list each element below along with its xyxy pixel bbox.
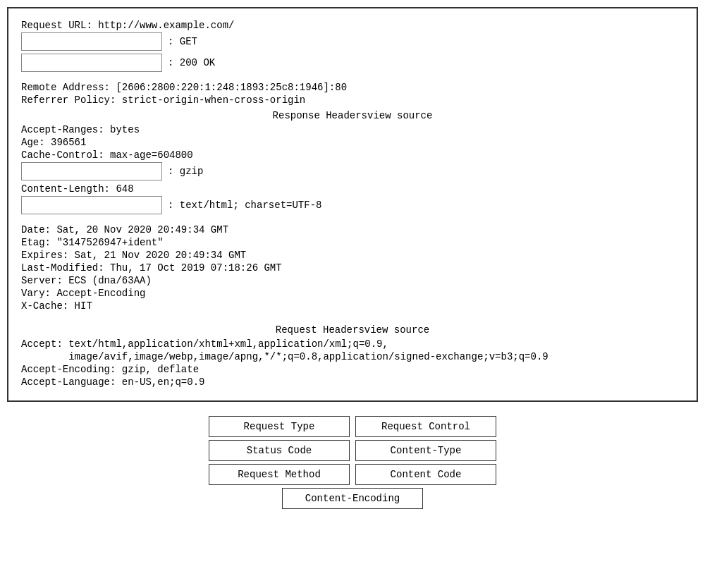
accept-ranges-line: Accept-Ranges: bytes bbox=[21, 124, 684, 135]
gzip-label: : gzip bbox=[168, 166, 203, 177]
remote-address-line: Remote Address: [2606:2800:220:1:248:189… bbox=[21, 82, 684, 93]
get-method-input[interactable] bbox=[21, 32, 162, 51]
referrer-policy-line: Referrer Policy: strict-origin-when-cros… bbox=[21, 94, 684, 106]
expires-line: Expires: Sat, 21 Nov 2020 20:49:34 GMT bbox=[21, 250, 684, 261]
date-line: Date: Sat, 20 Nov 2020 20:49:34 GMT bbox=[21, 224, 684, 235]
age-line: Age: 396561 bbox=[21, 137, 684, 148]
main-content-box: Request URL: http://www.example.com/ : G… bbox=[7, 7, 698, 402]
status-code-button[interactable]: Status Code bbox=[209, 440, 350, 461]
accept-encoding-line: Accept-Encoding: gzip, deflate bbox=[21, 364, 684, 375]
request-headers-title: Request Headersview source bbox=[21, 324, 684, 336]
request-control-button[interactable]: Request Control bbox=[355, 416, 496, 437]
last-modified-line: Last-Modified: Thu, 17 Oct 2019 07:18:26… bbox=[21, 262, 684, 274]
content-type-button[interactable]: Content-Type bbox=[355, 440, 496, 461]
buttons-area: Request Type Request Control Status Code… bbox=[7, 415, 698, 510]
get-method-label: : GET bbox=[168, 36, 197, 47]
gzip-input[interactable] bbox=[21, 162, 162, 180]
response-headers-title: Response Headersview source bbox=[21, 110, 684, 121]
accept-line: Accept: text/html,application/xhtml+xml,… bbox=[21, 338, 684, 350]
server-line: Server: ECS (dna/63AA) bbox=[21, 275, 684, 286]
gzip-row: : gzip bbox=[21, 162, 684, 180]
request-type-button[interactable]: Request Type bbox=[209, 416, 350, 437]
content-type-row: : text/html; charset=UTF-8 bbox=[21, 196, 684, 214]
accept-language-line: Accept-Language: en-US,en;q=0.9 bbox=[21, 376, 684, 388]
content-type-label: : text/html; charset=UTF-8 bbox=[168, 200, 321, 211]
button-row-4: Content-Encoding bbox=[279, 486, 426, 510]
status-input[interactable] bbox=[21, 54, 162, 72]
button-row-3: Request Method Content Code bbox=[206, 463, 499, 486]
content-type-input[interactable] bbox=[21, 196, 162, 214]
content-code-button[interactable]: Content Code bbox=[355, 464, 496, 485]
request-url-line: Request URL: http://www.example.com/ bbox=[21, 20, 684, 31]
status-row: : 200 OK bbox=[21, 54, 684, 72]
status-label: : 200 OK bbox=[168, 57, 215, 68]
button-row-1: Request Type Request Control bbox=[206, 415, 499, 439]
get-method-row: : GET bbox=[21, 32, 684, 51]
etag-line: Etag: "3147526947+ident" bbox=[21, 237, 684, 248]
vary-line: Vary: Accept-Encoding bbox=[21, 288, 684, 299]
button-row-2: Status Code Content-Type bbox=[206, 439, 499, 463]
accept-cont-line: image/avif,image/webp,image/apng,*/*;q=0… bbox=[21, 351, 684, 362]
x-cache-line: X-Cache: HIT bbox=[21, 300, 684, 312]
content-encoding-button[interactable]: Content-Encoding bbox=[282, 488, 423, 509]
request-method-button[interactable]: Request Method bbox=[209, 464, 350, 485]
cache-control-line: Cache-Control: max-age=604800 bbox=[21, 149, 684, 161]
content-length-line: Content-Length: 648 bbox=[21, 183, 684, 195]
